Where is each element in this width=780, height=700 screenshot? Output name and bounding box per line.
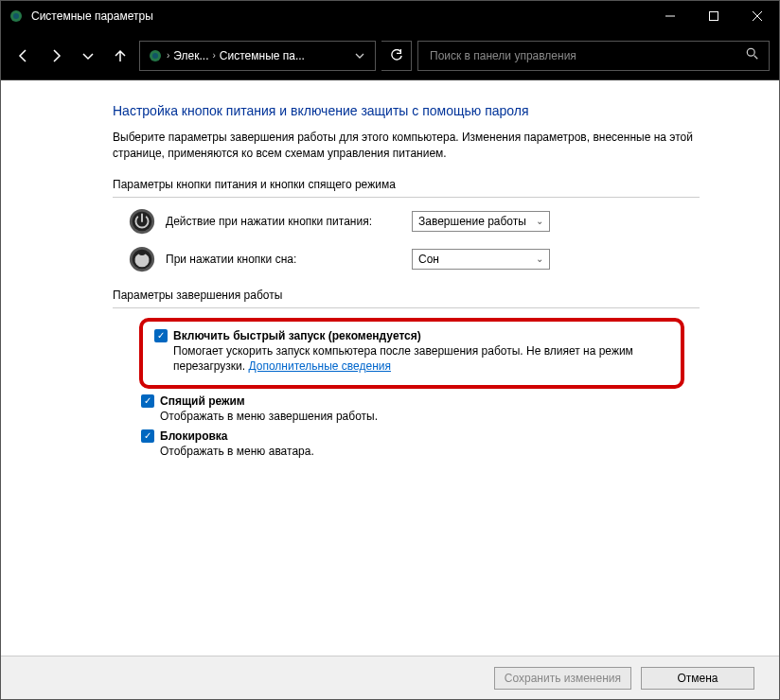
footer: Сохранить изменения Отмена (1, 656, 779, 699)
breadcrumb-segment-1-label: Элек... (173, 49, 208, 62)
lock-item: ✓ Блокировка Отображать в меню аватара. (141, 428, 700, 463)
sleep-button-action-value: Сон (418, 253, 439, 266)
fast-startup-item: ✓ Включить быстрый запуск (рекомендуется… (154, 327, 671, 377)
sleep-button-action-select[interactable]: Сон ⌄ (412, 249, 550, 270)
highlight-box: ✓ Включить быстрый запуск (рекомендуется… (139, 318, 684, 389)
sleep-mode-item: ✓ Спящий режим Отображать в меню заверше… (141, 393, 700, 428)
more-info-link[interactable]: Дополнительные сведения (248, 359, 390, 373)
fast-startup-title: Включить быстрый запуск (рекомендуется) (173, 329, 421, 342)
breadcrumb-segment-2[interactable]: Системные па... (220, 49, 305, 62)
sleep-mode-checkbox[interactable]: ✓ (141, 394, 154, 408)
power-button-action-select[interactable]: Завершение работы ⌄ (412, 211, 550, 232)
fast-startup-desc-text: Помогает ускорить запуск компьютера посл… (173, 344, 633, 373)
minimize-button[interactable] (648, 1, 692, 31)
chevron-right-icon: › (167, 50, 169, 61)
power-icon (128, 207, 156, 236)
power-button-action-row: Действие при нажатии кнопки питания: Зав… (113, 207, 700, 236)
maximize-button[interactable] (692, 1, 736, 31)
page-description: Выберите параметры завершения работы для… (113, 130, 700, 163)
svg-point-7 (152, 53, 158, 59)
sleep-button-action-row: При нажатии кнопки сна: Сон ⌄ (113, 245, 700, 273)
search-box[interactable] (417, 41, 770, 71)
svg-point-8 (747, 48, 754, 56)
page-title: Настройка кнопок питания и включение защ… (113, 103, 700, 118)
breadcrumb-segment-2-label: Системные па... (220, 49, 305, 62)
chevron-down-icon: ⌄ (536, 254, 543, 264)
svg-line-9 (754, 56, 758, 60)
app-icon (9, 9, 24, 24)
sleep-button-action-label: При нажатии кнопки сна: (166, 253, 412, 266)
navigation-bar: › Элек... › Системные па... (1, 31, 779, 80)
title-bar: Системные параметры (1, 1, 779, 31)
window-title: Системные параметры (31, 9, 648, 23)
save-button[interactable]: Сохранить изменения (494, 667, 631, 690)
cancel-button[interactable]: Отмена (641, 667, 754, 690)
sleep-icon (128, 245, 156, 273)
breadcrumb-icon (148, 48, 163, 63)
sleep-mode-description: Отображать в меню завершения работы. (160, 408, 700, 424)
breadcrumb[interactable]: › Элек... › Системные па... (139, 41, 376, 71)
lock-description: Отображать в меню аватара. (160, 443, 700, 459)
nav-forward-button[interactable] (43, 43, 69, 69)
svg-point-1 (13, 13, 19, 19)
power-button-action-value: Завершение работы (418, 215, 526, 228)
section-header-shutdown: Параметры завершения работы (113, 287, 700, 308)
chevron-down-icon: ⌄ (536, 216, 543, 226)
nav-back-button[interactable] (10, 43, 37, 69)
content-area: Настройка кнопок питания и включение защ… (1, 80, 779, 656)
close-button[interactable] (736, 1, 779, 31)
section-header-power-buttons: Параметры кнопки питания и кнопки спящег… (113, 176, 700, 198)
search-input[interactable] (428, 48, 746, 63)
nav-recent-button[interactable] (75, 43, 101, 69)
chevron-right-icon: › (213, 50, 216, 61)
fast-startup-description: Помогает ускорить запуск компьютера посл… (173, 342, 671, 374)
lock-checkbox[interactable]: ✓ (141, 429, 154, 443)
nav-up-button[interactable] (107, 43, 133, 69)
sleep-mode-title: Спящий режим (160, 394, 245, 408)
refresh-button[interactable] (381, 41, 412, 71)
lock-title: Блокировка (160, 429, 228, 443)
breadcrumb-segment-1[interactable]: Элек... › (173, 49, 216, 62)
search-icon[interactable] (746, 47, 759, 63)
breadcrumb-dropdown[interactable] (348, 42, 371, 70)
svg-rect-3 (710, 12, 718, 21)
fast-startup-checkbox[interactable]: ✓ (154, 329, 168, 342)
power-button-action-label: Действие при нажатии кнопки питания: (166, 215, 412, 228)
